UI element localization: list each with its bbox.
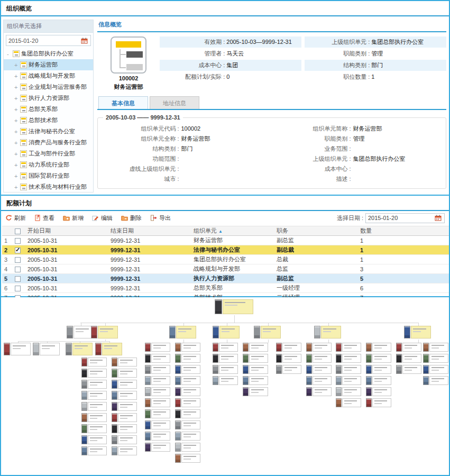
org-chart-node[interactable] (306, 376, 332, 385)
org-chart-node[interactable] (81, 391, 107, 400)
calendar-icon[interactable] (435, 215, 444, 221)
org-chart-node[interactable] (175, 387, 200, 396)
org-chart-node[interactable] (175, 343, 200, 352)
expand-icon[interactable]: + (14, 118, 19, 123)
org-chart-node[interactable] (215, 299, 253, 314)
tree-item[interactable]: +企业规划与运营服务部 (4, 81, 93, 93)
org-chart-node[interactable] (145, 443, 170, 452)
org-chart-node[interactable] (306, 354, 332, 363)
org-chart-node[interactable] (81, 435, 107, 444)
org-chart-node[interactable] (145, 365, 170, 374)
org-chart-node[interactable] (112, 391, 137, 400)
org-chart-node[interactable] (213, 326, 240, 338)
table-row[interactable]: 22005-10-319999-12-31法律与秘书办公室副总裁1 (2, 245, 449, 255)
org-chart-node[interactable] (366, 398, 391, 407)
expand-icon[interactable]: + (14, 129, 19, 134)
org-chart-node[interactable] (366, 354, 391, 363)
row-checkbox[interactable] (15, 267, 21, 272)
tree-root-item[interactable]: -集团总部执行办公室 (4, 48, 93, 59)
org-chart-node[interactable] (276, 365, 301, 374)
org-chart-node[interactable] (276, 354, 301, 363)
tree-item[interactable]: +战略规划与开发部 (4, 70, 93, 81)
org-chart-node[interactable] (145, 376, 170, 385)
org-chart-node[interactable] (175, 398, 200, 407)
table-row[interactable]: 32005-10-319999-12-31集团总部执行办公室总裁1 (2, 255, 449, 264)
org-chart-node[interactable] (112, 424, 137, 433)
org-chart-node[interactable] (306, 343, 332, 352)
org-chart-node[interactable] (175, 443, 200, 452)
org-chart-node[interactable] (423, 365, 448, 374)
org-chart-node[interactable] (213, 376, 238, 385)
calendar-icon[interactable] (81, 38, 90, 44)
org-chart-node[interactable] (169, 326, 196, 338)
row-checkbox[interactable] (15, 286, 21, 291)
org-chart-node[interactable] (145, 387, 170, 396)
tree-item[interactable]: +国际贸易行业部 (4, 170, 93, 181)
table-row[interactable]: 42005-10-319999-12-31战略规划与开发部总监3 (2, 264, 449, 274)
org-chart-node[interactable] (175, 432, 200, 441)
org-chart-node[interactable] (4, 343, 31, 355)
tree-item[interactable]: +法律与秘书办公室 (4, 126, 93, 137)
table-row[interactable]: 62005-10-319999-12-31总部关系部一级经理6 (2, 283, 449, 293)
column-header[interactable]: 结束日期 (108, 226, 191, 236)
tree-item[interactable]: +总部关系部 (4, 104, 93, 115)
expand-icon[interactable]: + (14, 74, 19, 79)
quota-date-input[interactable] (366, 215, 435, 221)
org-chart-node[interactable] (145, 420, 170, 429)
org-chart-node[interactable] (336, 398, 361, 407)
org-chart-node[interactable] (314, 326, 341, 338)
org-chart-node[interactable] (33, 343, 60, 355)
row-checkbox[interactable] (15, 276, 21, 282)
org-chart-node[interactable] (145, 409, 170, 418)
org-chart-node[interactable] (95, 343, 122, 355)
tree-item[interactable]: +总部技术部 (4, 115, 93, 126)
org-chart-node[interactable] (81, 358, 107, 367)
collapse-icon[interactable]: - (7, 51, 11, 57)
tab-address-info[interactable]: 地址信息 (150, 96, 199, 109)
column-header[interactable]: 组织单元▲ (191, 226, 274, 236)
table-row[interactable]: 52005-10-319999-12-31执行人力资源部副总监5 (2, 274, 449, 283)
org-chart-node[interactable] (81, 380, 107, 389)
refresh-button[interactable]: 刷新 (5, 214, 26, 222)
org-chart-node[interactable] (67, 326, 94, 338)
tree-item[interactable]: +财务运营部 (4, 59, 93, 70)
info-overview-link[interactable]: 信息概览 (97, 20, 446, 32)
org-chart-node[interactable] (213, 365, 238, 374)
org-chart-node[interactable] (112, 358, 137, 367)
table-row[interactable]: 12005-10-319999-12-31财务运营部副总监1 (2, 236, 449, 245)
select-all-header[interactable] (13, 226, 25, 236)
expand-icon[interactable]: + (14, 162, 19, 168)
column-header[interactable]: 数量 (358, 226, 449, 236)
org-chart-node[interactable] (243, 343, 268, 352)
org-chart-node[interactable] (112, 369, 137, 378)
column-header[interactable]: 开始日期 (25, 226, 108, 236)
expand-icon[interactable]: + (14, 62, 19, 68)
org-chart-node[interactable] (336, 354, 361, 363)
org-chart-node[interactable] (112, 413, 137, 422)
org-chart-node[interactable] (112, 402, 137, 411)
org-chart-node[interactable] (423, 376, 448, 385)
org-chart-node[interactable] (306, 387, 332, 396)
org-date-input[interactable] (6, 38, 81, 44)
edit-button[interactable]: 编辑 (92, 214, 113, 222)
select-all-checkbox[interactable] (15, 228, 21, 234)
org-chart-node[interactable] (396, 343, 421, 352)
org-chart-node[interactable] (423, 343, 448, 352)
org-chart-node[interactable] (81, 446, 107, 455)
tab-basic-info[interactable]: 基本信息 (98, 96, 148, 109)
org-chart-node[interactable] (112, 435, 137, 444)
expand-icon[interactable]: + (14, 85, 19, 90)
org-chart-node[interactable] (336, 376, 361, 385)
org-chart-node[interactable] (145, 398, 170, 407)
org-chart-node[interactable] (213, 354, 238, 363)
org-chart-node[interactable] (145, 343, 170, 352)
tree-item[interactable]: +动力系统行业部 (4, 159, 93, 170)
org-chart-node[interactable] (243, 376, 268, 385)
org-chart-node[interactable] (366, 365, 391, 374)
expand-icon[interactable]: + (14, 151, 19, 157)
org-chart-node[interactable] (404, 326, 431, 338)
org-chart-node[interactable] (366, 376, 391, 385)
tree-item[interactable]: +消费产品与服务行业部 (4, 137, 93, 148)
org-chart-node[interactable] (254, 326, 281, 338)
expand-icon[interactable]: + (14, 173, 19, 179)
